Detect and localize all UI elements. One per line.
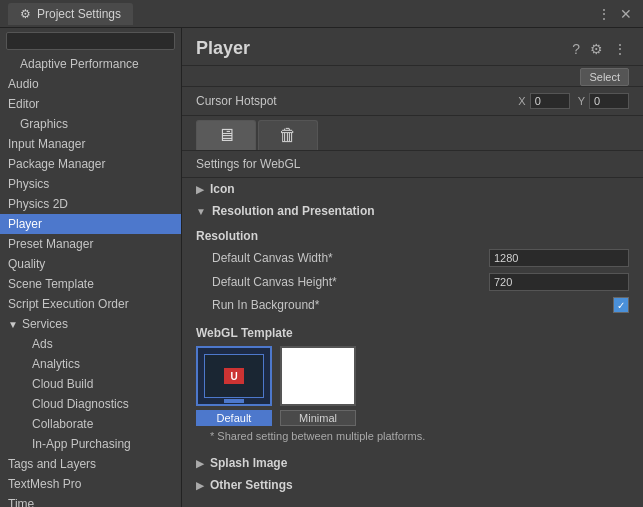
sidebar-item-collaborate[interactable]: Collaborate [0,414,181,434]
resolution-section-content: Resolution Default Canvas Width* Default… [182,222,643,320]
sidebar-item-preset-manager[interactable]: Preset Manager [0,234,181,254]
sidebar-item-textmesh-pro[interactable]: TextMesh Pro [0,474,181,494]
sidebar-item-physics[interactable]: Physics [0,174,181,194]
sidebar-item-cloud-diagnostics[interactable]: Cloud Diagnostics [0,394,181,414]
desktop-icon: 🖥 [217,125,235,145]
shared-note: * Shared setting between multiple platfo… [196,426,629,446]
sidebar-item-graphics[interactable]: Graphics [0,114,181,134]
splash-image-label: Splash Image [210,456,287,470]
template-item-default[interactable]: U Default [196,346,272,426]
resolution-section-label: Resolution and Presentation [212,204,375,218]
sidebar-item-cloud-build[interactable]: Cloud Build [0,374,181,394]
canvas-width-row: Default Canvas Width* [196,246,629,270]
run-in-background-checkbox[interactable]: ✓ [613,297,629,313]
icon-section-label: Icon [210,182,235,196]
cursor-hotspot-row: Cursor Hotspot X Y [182,87,643,116]
select-button[interactable]: Select [580,68,629,86]
resolution-heading: Resolution [196,229,629,243]
content-panel: Player ? ⚙ ⋮ Select Cursor Hotspot X Y [182,28,643,507]
x-input[interactable] [530,93,570,109]
title-bar-tab-label: Project Settings [37,7,121,21]
canvas-height-row: Default Canvas Height* [196,270,629,294]
settings-icon: ⚙ [20,7,31,21]
y-input[interactable] [589,93,629,109]
resolution-heading-row: Resolution [196,226,629,246]
sidebar-item-scene-template[interactable]: Scene Template [0,274,181,294]
sidebar-item-ads[interactable]: Ads [0,334,181,354]
sidebar-item-in-app-purchasing[interactable]: In-App Purchasing [0,434,181,454]
canvas-width-input[interactable] [489,249,629,267]
canvas-width-label: Default Canvas Width* [196,251,489,265]
title-bar: ⚙ Project Settings ⋮ ✕ [0,0,643,28]
settings-icon-btn[interactable]: ⚙ [588,39,605,59]
sidebar-item-adaptive-performance[interactable]: Adaptive Performance [0,54,181,74]
template-items: U Default Minimal [196,346,629,426]
main-container: Adaptive Performance Audio Editor Graphi… [0,28,643,507]
y-coord-group: Y [578,93,629,109]
overflow-icon-btn[interactable]: ⋮ [611,39,629,59]
page-title: Player [196,38,570,59]
sidebar-item-script-execution-order[interactable]: Script Execution Order [0,294,181,314]
resolution-section-arrow [196,206,206,217]
splash-image-arrow [196,458,204,469]
menu-btn[interactable]: ⋮ [595,5,613,23]
webgl-template-label: WebGL Template [196,326,629,340]
sidebar-item-analytics[interactable]: Analytics [0,354,181,374]
other-settings-section-header[interactable]: Other Settings [182,474,643,496]
x-label: X [518,95,525,107]
settings-for-label: Settings for WebGL [182,151,643,178]
icon-section-header[interactable]: Icon [182,178,643,200]
help-icon-btn[interactable]: ? [570,39,582,59]
sidebar-item-quality[interactable]: Quality [0,254,181,274]
canvas-height-label: Default Canvas Height* [196,275,489,289]
search-input[interactable] [6,32,175,50]
resolution-section-header[interactable]: Resolution and Presentation [182,200,643,222]
search-bar [0,28,181,54]
icon-section-arrow [196,184,204,195]
cursor-hotspot-label: Cursor Hotspot [196,94,510,108]
sidebar-group-services[interactable]: ▼ Services [0,314,181,334]
unity-logo-mini: U [224,368,244,384]
sidebar-item-player[interactable]: Player [0,214,181,234]
template-thumb-minimal [280,346,356,406]
sidebar: Adaptive Performance Audio Editor Graphi… [0,28,182,507]
title-bar-controls: ⋮ ✕ [595,5,635,23]
sidebar-item-audio[interactable]: Audio [0,74,181,94]
run-in-background-row: Run In Background* ✓ [196,294,629,316]
other-settings-arrow [196,480,204,491]
y-label: Y [578,95,585,107]
sidebar-item-package-manager[interactable]: Package Manager [0,154,181,174]
template-minimal-btn[interactable]: Minimal [280,410,356,426]
close-btn[interactable]: ✕ [617,5,635,23]
platform-tab-webgl[interactable]: 🗑 [258,120,318,150]
sidebar-item-tags-and-layers[interactable]: Tags and Layers [0,454,181,474]
services-arrow: ▼ [8,319,18,330]
sidebar-item-physics-2d[interactable]: Physics 2D [0,194,181,214]
platform-tabs: 🖥 🗑 [182,116,643,151]
canvas-height-input[interactable] [489,273,629,291]
splash-image-section-header[interactable]: Splash Image [182,452,643,474]
platform-tab-desktop[interactable]: 🖥 [196,120,256,150]
template-thumb-default: U [196,346,272,406]
title-bar-tab[interactable]: ⚙ Project Settings [8,3,133,25]
header-icons: ? ⚙ ⋮ [570,39,629,59]
template-default-btn[interactable]: Default [196,410,272,426]
sidebar-item-editor[interactable]: Editor [0,94,181,114]
other-settings-label: Other Settings [210,478,293,492]
run-in-background-label: Run In Background* [196,298,613,312]
template-screen-frame: U [204,354,264,398]
content-header: Player ? ⚙ ⋮ [182,28,643,66]
webgl-icon: 🗑 [279,125,297,145]
webgl-template-section: WebGL Template U Default Minimal [182,320,643,452]
sidebar-item-input-manager[interactable]: Input Manager [0,134,181,154]
x-coord-group: X [518,93,569,109]
template-item-minimal[interactable]: Minimal [280,346,356,426]
sidebar-item-time[interactable]: Time [0,494,181,507]
